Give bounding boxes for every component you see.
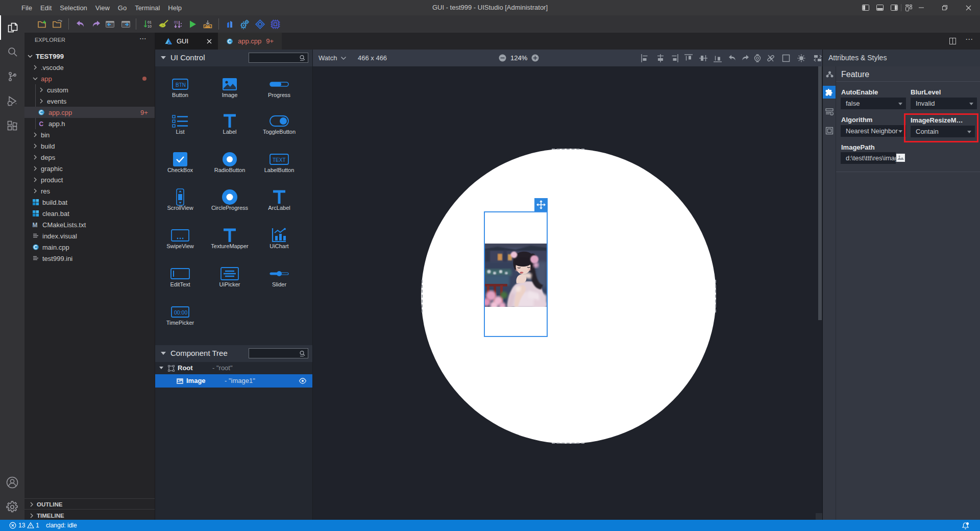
- svg-text:00:00: 00:00: [174, 309, 187, 316]
- svg-text:M: M: [33, 222, 38, 229]
- svg-text:10: 10: [148, 25, 152, 28]
- svg-text:01: 01: [148, 20, 152, 24]
- svg-text:BTN: BTN: [176, 82, 186, 88]
- svg-text:C: C: [39, 120, 44, 128]
- svg-text:01: 01: [174, 20, 178, 24]
- svg-text:TEXT: TEXT: [273, 157, 286, 163]
